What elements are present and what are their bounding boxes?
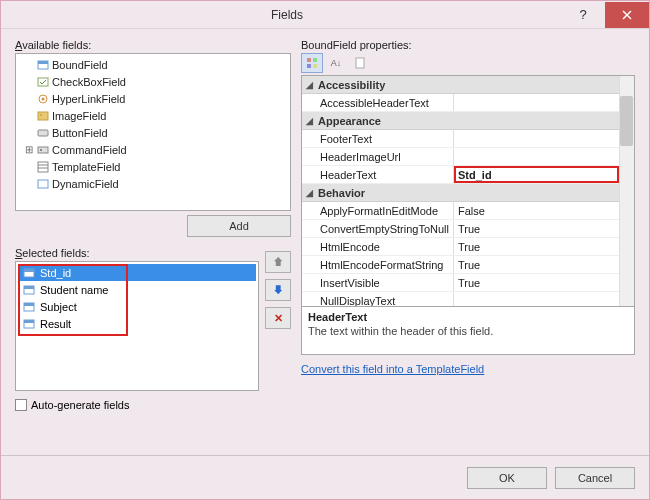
props-toolbar: A↓	[301, 53, 635, 73]
property-grid[interactable]: ◢Accessibility AccessibleHeaderText ◢App…	[301, 75, 635, 307]
selected-fields-list[interactable]: Std_id Student name Subject Result	[15, 261, 259, 391]
field-icon	[36, 161, 50, 173]
svg-rect-26	[307, 64, 311, 68]
list-item[interactable]: Std_id	[18, 264, 256, 281]
svg-rect-23	[24, 320, 34, 323]
property-row[interactable]: InsertVisibleTrue	[302, 274, 619, 292]
field-icon	[36, 59, 50, 71]
scroll-thumb[interactable]	[620, 96, 633, 146]
svg-rect-15	[38, 180, 48, 188]
arrow-up-icon: 🡅	[273, 256, 284, 268]
window-title: Fields	[13, 8, 561, 22]
description-panel: HeaderText The text within the header of…	[301, 307, 635, 355]
autogen-checkbox-row[interactable]: Auto-generate fields	[15, 399, 291, 411]
field-icon	[22, 301, 36, 313]
property-row[interactable]: HtmlEncodeTrue	[302, 238, 619, 256]
svg-rect-28	[356, 58, 364, 68]
field-icon	[36, 76, 50, 88]
category-row[interactable]: ◢Accessibility	[302, 76, 619, 94]
svg-rect-10	[38, 147, 48, 153]
svg-rect-9	[38, 130, 48, 136]
collapse-icon[interactable]: ◢	[306, 80, 318, 90]
arrow-down-icon: 🡇	[273, 284, 284, 296]
svg-rect-3	[38, 61, 48, 64]
field-icon	[36, 110, 50, 122]
tree-item[interactable]: ⊞CommandField	[18, 141, 288, 158]
svg-rect-12	[38, 162, 48, 172]
tree-item[interactable]: ImageField	[18, 107, 288, 124]
help-button[interactable]: ?	[561, 2, 605, 28]
tree-item[interactable]: ButtonField	[18, 124, 288, 141]
property-row[interactable]: HeaderTextStd_id	[302, 166, 619, 184]
field-icon	[36, 178, 50, 190]
titlebar: Fields ?	[1, 1, 649, 29]
move-down-button[interactable]: 🡇	[265, 279, 291, 301]
svg-rect-27	[313, 64, 317, 68]
svg-rect-25	[313, 58, 317, 62]
category-row[interactable]: ◢Behavior	[302, 184, 619, 202]
list-item[interactable]: Student name	[18, 281, 256, 298]
categorized-icon	[306, 57, 318, 69]
delete-icon: ✕	[274, 312, 283, 325]
description-text: The text within the header of this field…	[308, 325, 628, 337]
page-icon	[354, 57, 366, 69]
property-row[interactable]: HeaderImageUrl	[302, 148, 619, 166]
category-row[interactable]: ◢Appearance	[302, 112, 619, 130]
tree-item[interactable]: DynamicField	[18, 175, 288, 192]
tree-item[interactable]: BoundField	[18, 56, 288, 73]
close-icon	[622, 10, 632, 20]
add-button[interactable]: Add	[187, 215, 291, 237]
available-fields-label: Available fields:	[15, 39, 291, 51]
svg-rect-19	[24, 286, 34, 289]
collapse-icon[interactable]: ◢	[306, 188, 318, 198]
property-row[interactable]: ConvertEmptyStringToNullTrue	[302, 220, 619, 238]
tree-item[interactable]: HyperLinkField	[18, 90, 288, 107]
ok-button[interactable]: OK	[467, 467, 547, 489]
move-up-button[interactable]: 🡅	[265, 251, 291, 273]
field-icon	[22, 318, 36, 330]
field-icon	[36, 144, 50, 156]
selected-fields-label: Selected fields:	[15, 247, 259, 259]
property-row[interactable]: HtmlEncodeFormatStringTrue	[302, 256, 619, 274]
svg-rect-4	[38, 78, 48, 86]
boundfield-props-label: BoundField properties:	[301, 39, 635, 51]
fields-dialog: Fields ? Available fields: BoundField Ch…	[0, 0, 650, 500]
svg-point-8	[40, 114, 42, 116]
svg-rect-17	[24, 269, 34, 272]
field-icon	[36, 93, 50, 105]
cancel-button[interactable]: Cancel	[555, 467, 635, 489]
property-row[interactable]: AccessibleHeaderText	[302, 94, 619, 112]
available-fields-tree[interactable]: BoundField CheckBoxField HyperLinkField …	[15, 53, 291, 211]
list-item[interactable]: Subject	[18, 298, 256, 315]
field-icon	[36, 127, 50, 139]
autogen-label: Auto-generate fields	[31, 399, 129, 411]
list-item[interactable]: Result	[18, 315, 256, 332]
convert-template-link[interactable]: Convert this field into a TemplateField	[301, 363, 635, 375]
svg-rect-21	[24, 303, 34, 306]
autogen-checkbox[interactable]	[15, 399, 27, 411]
svg-rect-11	[40, 149, 42, 151]
dialog-footer: OK Cancel	[1, 455, 649, 499]
description-title: HeaderText	[308, 311, 628, 323]
close-button[interactable]	[605, 2, 649, 28]
field-icon	[22, 284, 36, 296]
svg-rect-24	[307, 58, 311, 62]
properties-page-button[interactable]	[349, 53, 371, 73]
expand-icon[interactable]: ⊞	[24, 144, 34, 155]
svg-rect-7	[38, 112, 48, 120]
property-row[interactable]: ApplyFormatInEditModeFalse	[302, 202, 619, 220]
delete-button[interactable]: ✕	[265, 307, 291, 329]
collapse-icon[interactable]: ◢	[306, 116, 318, 126]
sort-icon: A↓	[331, 58, 342, 68]
tree-item[interactable]: TemplateField	[18, 158, 288, 175]
categorized-button[interactable]	[301, 53, 323, 73]
property-row[interactable]: NullDisplayText	[302, 292, 619, 307]
tree-item[interactable]: CheckBoxField	[18, 73, 288, 90]
svg-point-6	[42, 97, 45, 100]
property-row[interactable]: FooterText	[302, 130, 619, 148]
alphabetical-button[interactable]: A↓	[325, 53, 347, 73]
field-icon	[22, 267, 36, 279]
scrollbar[interactable]	[619, 76, 634, 306]
